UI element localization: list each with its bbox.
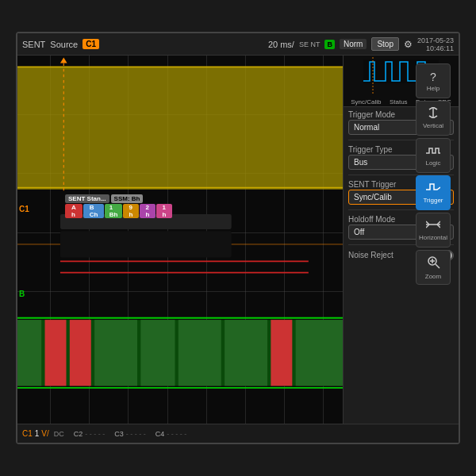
ch-b-badge: B xyxy=(324,40,335,49)
horizontal-nav-btn[interactable]: Horizontal xyxy=(416,213,451,248)
vertical-nav-btn[interactable]: Vertical xyxy=(416,101,451,136)
oscilloscope-display: SENT Source C1 20 ms/ SE NT B Norm Stop … xyxy=(16,32,460,444)
timebase-label: 20 ms/ xyxy=(268,40,294,49)
decode-cell-4: 2h xyxy=(140,204,155,218)
svg-rect-8 xyxy=(17,320,41,386)
ch1-bottom-label: C1 xyxy=(22,429,33,438)
mini-label-1: Status xyxy=(390,98,408,106)
svg-rect-20 xyxy=(60,231,232,257)
logic-icon xyxy=(426,145,440,158)
trigger-nav-btn[interactable]: Trigger xyxy=(416,175,451,210)
decode-cell-1: BCh xyxy=(83,204,104,218)
sent-tag: SENT Stan... xyxy=(65,194,109,203)
holdoff-value: Off xyxy=(354,228,364,236)
decode-cell-3: 9h xyxy=(123,204,139,218)
decode-cells: Ah BCh 1Bh 9h 2h 1h xyxy=(65,204,172,218)
trigger-icon xyxy=(426,182,440,195)
svg-rect-11 xyxy=(94,320,137,386)
svg-rect-14 xyxy=(225,320,267,386)
trigger-nav-label: Trigger xyxy=(423,197,443,204)
waveform-svg xyxy=(17,56,343,424)
ch4-label: C4 xyxy=(155,430,165,438)
ch-b-label: B xyxy=(19,290,25,298)
svg-rect-1 xyxy=(17,67,343,187)
se-nt-label: SE NT xyxy=(299,40,321,48)
ch1-volt-value: 1 xyxy=(35,429,40,438)
svg-line-34 xyxy=(436,264,440,268)
ch2-info: C2 - - - - - xyxy=(74,430,106,438)
decode-cell-0: Ah xyxy=(65,204,83,218)
ch2-label: C2 xyxy=(74,430,83,438)
help-icon: ? xyxy=(430,71,436,83)
horizontal-icon xyxy=(426,219,440,232)
noise-reject-label: Noise Reject xyxy=(348,251,393,259)
top-bar: SENT Source C1 20 ms/ SE NT B Norm Stop … xyxy=(17,33,459,56)
ch1-label: C1 xyxy=(19,205,29,213)
sent-trigger-value: Sync/Calib xyxy=(354,193,392,202)
svg-rect-16 xyxy=(296,320,343,386)
decode-header: SENT Stan... SSM: Bh xyxy=(65,194,172,203)
ch1-info: C1 1 V/ DC xyxy=(22,429,64,438)
source-label: Source xyxy=(50,40,78,49)
help-nav-btn[interactable]: ? Help xyxy=(416,63,451,98)
time-label: 10:46:11 xyxy=(426,44,454,52)
protocol-label: SENT xyxy=(22,40,45,49)
ch3-info: C3 - - - - - xyxy=(114,430,146,438)
norm-badge: Norm xyxy=(340,39,367,49)
settings-icon: ⚙ xyxy=(404,39,413,50)
svg-marker-2 xyxy=(60,57,67,63)
decode-cell-5: 1h xyxy=(156,204,172,218)
trigger-type-value: Bus xyxy=(354,158,367,167)
zoom-icon xyxy=(426,255,440,271)
date-label: 2017-05-23 xyxy=(417,36,454,44)
vertical-icon xyxy=(426,107,440,121)
svg-rect-15 xyxy=(271,320,292,386)
svg-rect-13 xyxy=(178,320,221,386)
bottom-bar: C1 1 V/ DC C2 - - - - - C3 - - - - - C4 … xyxy=(17,424,459,443)
main-area: C1 B SENT Stan... SSM: Bh Ah BCh 1Bh 9h … xyxy=(17,56,459,424)
svg-rect-12 xyxy=(140,320,175,386)
trigger-mode-value: Normal xyxy=(354,123,379,132)
mini-label-0: Sync/Calib xyxy=(351,98,381,106)
stop-button[interactable]: Stop xyxy=(371,37,399,51)
vertical-nav-label: Vertical xyxy=(423,122,443,129)
decode-overlay: SENT Stan... SSM: Bh Ah BCh 1Bh 9h 2h 1h xyxy=(65,194,172,218)
zoom-nav-label: Zoom xyxy=(425,273,441,280)
horizontal-nav-label: Horizontal xyxy=(419,234,447,241)
decode-cell-2: 1Bh xyxy=(105,204,122,218)
zoom-nav-btn[interactable]: Zoom xyxy=(416,250,451,285)
channel-c1-badge: C1 xyxy=(83,39,99,49)
ssm-tag: SSM: Bh xyxy=(111,194,144,203)
waveform-area: C1 B SENT Stan... SSM: Bh Ah BCh 1Bh 9h … xyxy=(17,56,344,424)
svg-rect-9 xyxy=(45,320,67,386)
ch4-info: C4 - - - - - xyxy=(155,430,187,438)
side-nav: ? Help Vertical Logic Trigger Horizontal… xyxy=(416,63,454,285)
help-nav-label: Help xyxy=(427,85,440,92)
ch1-unit: V/ xyxy=(41,429,48,438)
ch3-label: C3 xyxy=(114,430,124,438)
svg-rect-10 xyxy=(70,320,91,386)
ch1-coupling: DC xyxy=(54,430,64,438)
logic-nav-btn[interactable]: Logic xyxy=(416,138,451,173)
logic-nav-label: Logic xyxy=(425,159,440,167)
